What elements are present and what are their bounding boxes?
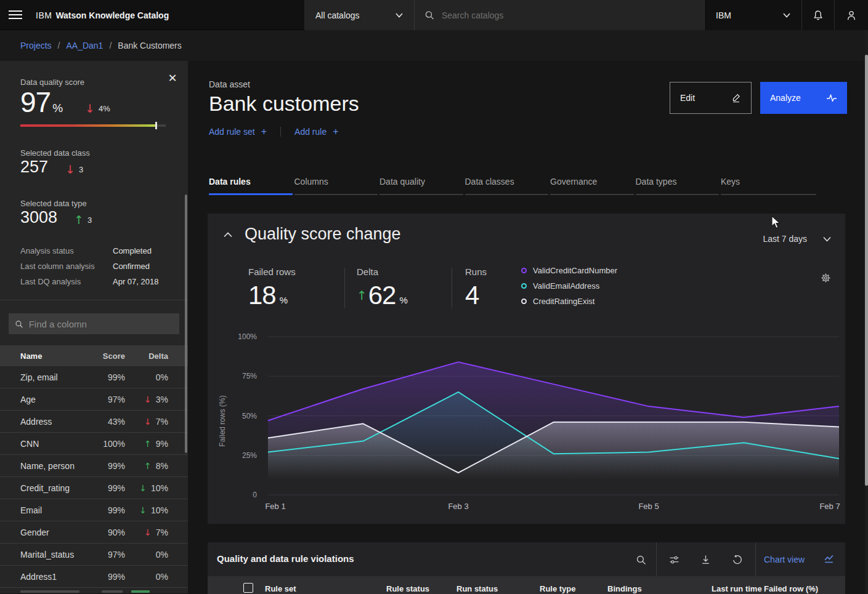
data-type-delta: ↑ 3 <box>74 213 92 227</box>
stat-failed-rows: Failed rows 18% <box>248 267 296 310</box>
data-quality-sidebar: ✕ Data quality score 97% ↓ 4% Selected d… <box>0 61 188 593</box>
quality-score-panel: Quality score change Last 7 days Failed … <box>208 214 845 524</box>
table-row[interactable]: Age97%↓3% <box>0 388 188 411</box>
page-title: Bank customers <box>209 92 359 116</box>
table-row[interactable]: Email99%↓10% <box>0 499 188 521</box>
chevron-down-icon <box>783 13 790 18</box>
column-name: Credit_rating <box>20 483 94 493</box>
download-button[interactable] <box>699 553 712 566</box>
breadcrumb-current: Bank Customers <box>118 41 181 50</box>
quality-score-bar <box>20 124 166 127</box>
breadcrumb-project-name[interactable]: AA_Dan1 <box>66 41 103 50</box>
legend-item-validcreditcardnumber[interactable]: ValidCreditCardNumber <box>521 263 617 278</box>
select-all-checkbox[interactable] <box>243 583 253 593</box>
data-class-delta: ↓ 3 <box>65 163 83 176</box>
breadcrumb-projects[interactable]: Projects <box>20 41 52 50</box>
arrow-up-icon: ↑ <box>144 461 152 471</box>
line-chart-icon[interactable] <box>824 553 834 564</box>
x-tick-label: Feb 5 <box>638 502 659 511</box>
add-rule-set-link[interactable]: Add rule set <box>209 127 255 137</box>
arrow-down-icon: ↓ <box>144 395 152 404</box>
y-tick-label: 25% <box>242 451 257 460</box>
last-column-analysis-row: Last column analysisConfirmed <box>20 262 168 271</box>
page-scrollbar[interactable] <box>865 30 868 594</box>
column-delta: ↑9% <box>125 439 168 449</box>
search-icon <box>15 319 23 329</box>
search-icon <box>424 10 434 20</box>
menu-icon[interactable] <box>9 8 22 22</box>
legend-item-validemailaddress[interactable]: ValidEmailAddress <box>521 278 617 294</box>
delta-value: 10% <box>151 483 168 493</box>
scrollbar-thumb[interactable] <box>865 55 868 486</box>
partial-row <box>0 588 188 593</box>
search-button[interactable] <box>635 553 647 566</box>
violations-column-last-run-time: Last run time <box>712 584 762 593</box>
reset-button[interactable] <box>731 553 743 566</box>
y-axis-title: Failed rows (%) <box>218 395 227 446</box>
partial-text <box>20 590 79 593</box>
time-range-label: Last 7 days <box>763 234 807 244</box>
pencil-icon <box>731 93 741 103</box>
time-range-selector[interactable]: Last 7 days <box>763 234 831 244</box>
tab-governance[interactable]: Governance <box>550 172 634 195</box>
legend-item-creditratingexist[interactable]: CreditRatingExist <box>521 294 617 309</box>
column-score: 99% <box>94 461 125 471</box>
quality-score-bar-marker <box>155 122 157 129</box>
delta-value: 0% <box>156 550 168 560</box>
violations-column-failed-row-: Failed row (%) <box>764 584 818 593</box>
collapse-chevron-icon[interactable] <box>224 232 235 241</box>
plus-icon[interactable]: + <box>333 126 338 137</box>
analyze-button[interactable]: Analyze <box>760 82 847 114</box>
breadcrumb-separator: / <box>109 41 112 50</box>
table-row[interactable]: Gender90%↓7% <box>0 521 188 544</box>
column-score: 43% <box>94 417 125 427</box>
tab-data-quality[interactable]: Data quality <box>379 172 463 195</box>
add-rule-link[interactable]: Add rule <box>294 127 327 137</box>
legend-swatch <box>521 268 527 273</box>
edit-button[interactable]: Edit <box>670 82 752 114</box>
notifications-button[interactable] <box>801 0 834 30</box>
quality-score-bar-gradient <box>20 124 156 127</box>
table-row[interactable]: Name, person99%↑8% <box>0 455 188 477</box>
tab-keys[interactable]: Keys <box>721 172 816 195</box>
account-selector[interactable]: IBM <box>704 0 801 30</box>
table-row[interactable]: Address43%↓7% <box>0 411 188 433</box>
sidebar-scrollbar[interactable] <box>185 195 187 453</box>
columns-table-body: Zip, email99%0%Age97%↓3%Address43%↓7%CNN… <box>0 366 188 593</box>
search-input[interactable] <box>442 10 694 20</box>
tab-data-types[interactable]: Data types <box>636 172 720 195</box>
y-tick-label: 100% <box>238 332 257 341</box>
quality-score-value: 97% <box>20 86 62 119</box>
tab-data-classes[interactable]: Data classes <box>465 172 549 195</box>
chart-view-link[interactable]: Chart view <box>764 555 805 564</box>
tab-data-rules[interactable]: Data rules <box>209 172 293 195</box>
column-score: 97% <box>94 550 125 560</box>
plus-icon[interactable]: + <box>261 126 267 137</box>
column-score: 99% <box>94 483 125 493</box>
table-row[interactable]: Zip, email99%0% <box>0 366 188 388</box>
column-name: Zip, email <box>20 372 94 382</box>
table-row[interactable]: CNN100%↑9% <box>0 433 188 455</box>
table-row[interactable]: Address199%0% <box>0 566 188 588</box>
column-name: Marital_status <box>20 550 94 560</box>
sidebar-divider <box>0 300 188 300</box>
top-bar: IBM Watson Knowledge Catalog All catalog… <box>0 0 868 30</box>
table-row[interactable]: Credit_rating99%↓10% <box>0 477 188 499</box>
gear-icon <box>821 273 831 283</box>
table-row[interactable]: Marital_status97%0% <box>0 544 188 566</box>
delta-value: 9% <box>156 439 168 449</box>
delta-value: 7% <box>156 528 168 537</box>
find-column-input[interactable] <box>29 319 173 329</box>
close-icon[interactable]: ✕ <box>166 71 179 85</box>
filter-button[interactable] <box>668 553 680 566</box>
data-class-label: Selected data class <box>20 148 90 158</box>
tab-columns[interactable]: Columns <box>294 172 378 195</box>
settings-button[interactable] <box>821 273 831 283</box>
chevron-down-icon <box>395 13 403 18</box>
column-delta: 0% <box>125 372 168 382</box>
violations-column-rule-set: Rule set <box>265 584 296 593</box>
tabs: Data rulesColumnsData qualityData classe… <box>209 172 818 195</box>
catalog-switcher[interactable]: All catalogs <box>304 0 414 30</box>
user-profile-button[interactable] <box>834 0 868 30</box>
arrow-down-icon: ↓ <box>85 102 95 115</box>
